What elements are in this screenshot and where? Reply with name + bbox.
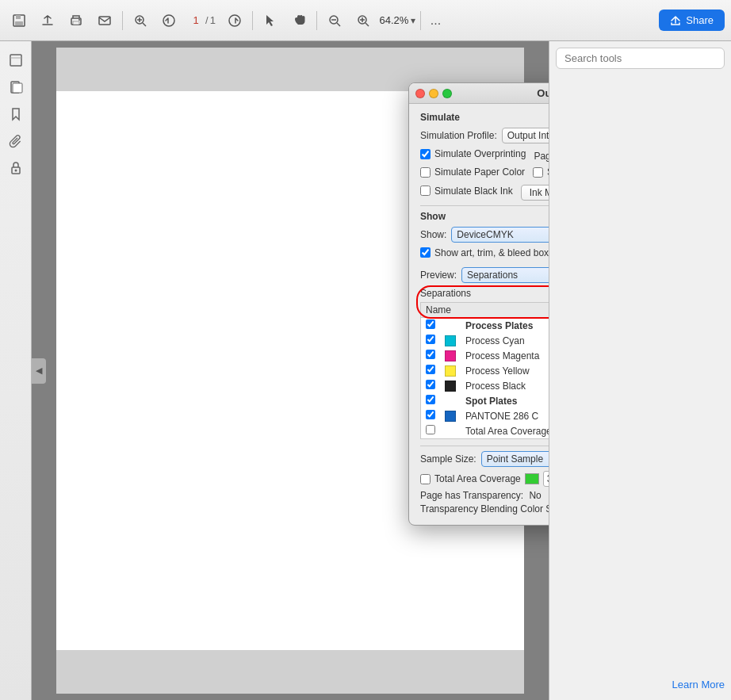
separations-section-label: Separations: [420, 288, 549, 299]
table-row: Process Plates: [421, 318, 549, 334]
sep-checkbox-4[interactable]: [426, 380, 435, 389]
sample-size-select-wrapper: Point Sample 3x3 Average 5x5 Average ▾: [481, 451, 549, 467]
sep-swatch-4: [440, 378, 461, 393]
preview-label: Preview:: [420, 270, 457, 281]
art-trim-row: Show art, trim, & bleed boxes Set Page B…: [420, 247, 549, 262]
email-button[interactable]: [92, 8, 117, 33]
coverage-value-select[interactable]: 302: [543, 471, 549, 487]
sep-swatch-0: [440, 318, 461, 334]
save-button[interactable]: [6, 8, 32, 33]
divider-2: [252, 11, 253, 30]
zoom-out-button[interactable]: [322, 8, 347, 33]
fullscreen-button[interactable]: [442, 89, 452, 98]
sep-name-1: Process Cyan: [461, 333, 549, 348]
learn-more-link[interactable]: Learn More: [556, 675, 725, 694]
prev-page-button[interactable]: [156, 8, 182, 33]
table-row: Total Area Coverage 0%: [421, 423, 549, 438]
sep-col-header-name: Name: [421, 303, 461, 318]
page-total: 1: [210, 14, 216, 26]
sep-checkbox-6[interactable]: [426, 410, 435, 419]
sidebar-icon-security[interactable]: [3, 155, 29, 181]
upload-button[interactable]: [35, 8, 60, 33]
close-button[interactable]: [415, 89, 425, 98]
divider-simulate-show: [420, 205, 549, 206]
table-row: Spot Plates: [421, 393, 549, 408]
sep-name-7: Total Area Coverage: [461, 423, 549, 438]
sidebar-icon-pages[interactable]: [3, 75, 29, 100]
sep-checkbox-1[interactable]: [426, 335, 435, 344]
simulate-paper-color-checkbox[interactable]: [420, 167, 431, 178]
sample-size-row: Sample Size: Point Sample 3x3 Average 5x…: [420, 451, 549, 467]
svg-line-8: [143, 23, 146, 26]
sep-checkbox-0[interactable]: [426, 319, 435, 329]
zoom-value: 64.2%: [379, 14, 409, 26]
simulate-paper-color-row: Simulate Paper Color: [420, 166, 525, 178]
svg-rect-2: [15, 21, 23, 25]
ink-manager-button[interactable]: Ink Manager...: [521, 185, 549, 201]
sidebar-icon-bookmarks[interactable]: [3, 101, 29, 127]
traffic-lights: [415, 89, 452, 98]
show-select[interactable]: DeviceCMYK DeviceRGB DeviceGray All: [451, 227, 549, 243]
show-section-label: Show: [420, 211, 549, 222]
more-options-button[interactable]: ...: [426, 10, 446, 31]
divider-3: [316, 11, 317, 30]
left-sidebar: [0, 41, 32, 700]
show-dropdown-row: Show: DeviceCMYK DeviceRGB DeviceGray Al…: [420, 227, 549, 243]
hand-tool-button[interactable]: [286, 8, 312, 33]
print-button[interactable]: [63, 8, 89, 33]
simulation-profile-select[interactable]: Output Intent: U.S. Web Coated (SWOP)...: [502, 128, 549, 143]
canvas-area: ◀ Output Preview Simulate: [32, 41, 549, 700]
table-row: Process Cyan 0%: [421, 333, 549, 348]
total-area-coverage-row: Total Area Coverage 302 ▾ %: [420, 471, 549, 487]
preview-select[interactable]: Separations Color Warnings Off: [461, 267, 549, 283]
dialog-title: Output Preview: [537, 87, 549, 99]
zoom-in-icon-btn[interactable]: [128, 8, 153, 33]
collapse-panel-button[interactable]: ◀: [32, 358, 46, 384]
total-area-coverage-label: Total Area Coverage: [434, 473, 521, 484]
show-select-wrapper: DeviceCMYK DeviceRGB DeviceGray All ▾: [451, 227, 549, 243]
sep-name-0: Process Plates: [461, 318, 549, 334]
sep-swatch-7: [440, 423, 461, 438]
sep-name-5: Spot Plates: [461, 393, 549, 408]
simulate-paper-color-label: Simulate Paper Color: [434, 166, 525, 178]
zoom-dropdown-arrow[interactable]: ▾: [411, 15, 415, 26]
cursor-tool-button[interactable]: [258, 8, 283, 33]
coverage-value-wrapper: 302 ▾: [543, 471, 549, 487]
table-row: Process Yellow 0%: [421, 363, 549, 378]
sep-col-header-value: [461, 303, 549, 318]
sep-swatch-3: [440, 363, 461, 378]
sep-swatch-6: [440, 408, 461, 423]
sidebar-icon-attachments[interactable]: [3, 128, 29, 154]
next-page-button[interactable]: [222, 8, 247, 33]
sep-checkbox-7[interactable]: [426, 425, 435, 434]
sep-checkbox-2[interactable]: [426, 350, 435, 359]
page-has-overprint-label: Page has Overprint:: [534, 151, 549, 162]
simulate-black-ink-label: Simulate Black Ink: [434, 186, 513, 197]
show-art-trim-label: Show art, trim, & bleed boxes: [434, 247, 549, 258]
svg-point-11: [163, 15, 174, 26]
sep-checkbox-3[interactable]: [426, 365, 435, 374]
pdf-page-bottom: [56, 650, 524, 694]
sep-name-3: Process Yellow: [461, 363, 549, 378]
minimize-button[interactable]: [429, 89, 438, 98]
sep-name-4: Process Black: [461, 378, 549, 393]
simulation-profile-select-wrapper: Output Intent: U.S. Web Coated (SWOP)...…: [502, 128, 549, 143]
share-button[interactable]: Share: [659, 10, 725, 31]
show-art-trim-checkbox[interactable]: [420, 247, 431, 258]
separations-table: Name Process Plates: [421, 303, 549, 438]
show-art-trim-row: Show art, trim, & bleed boxes: [420, 247, 549, 258]
total-area-coverage-checkbox[interactable]: [420, 474, 431, 484]
sample-size-select[interactable]: Point Sample 3x3 Average 5x5 Average: [481, 451, 549, 467]
svg-rect-6: [99, 17, 110, 25]
sep-checkbox-5[interactable]: [426, 395, 435, 404]
simulate-overprinting-checkbox[interactable]: [420, 149, 431, 159]
sidebar-icon-thumbnail[interactable]: [3, 48, 29, 73]
simulation-profile-row: Simulation Profile: Output Intent: U.S. …: [420, 128, 549, 143]
zoom-in-button[interactable]: [350, 8, 376, 33]
simulate-black-ink-checkbox[interactable]: [420, 186, 431, 196]
dialog-body: Simulate Simulation Profile: Output Inte…: [409, 104, 549, 525]
set-page-background-checkbox[interactable]: [533, 167, 543, 178]
search-input[interactable]: [556, 48, 725, 69]
simulate-black-ink-row: Simulate Black Ink: [420, 186, 513, 197]
sep-name-2: Process Magenta: [461, 348, 549, 363]
